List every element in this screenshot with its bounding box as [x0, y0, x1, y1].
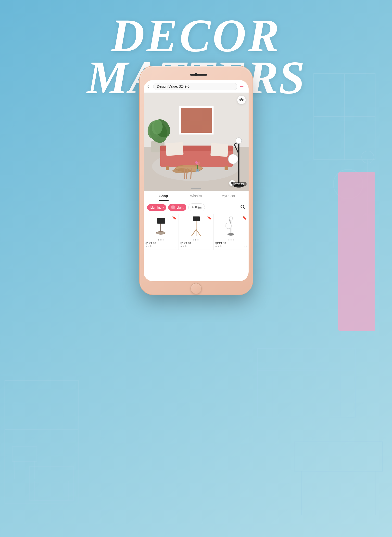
svg-rect-38 — [210, 143, 228, 157]
phone-body: ‹ Design Value: $249.0 ⌄ → — [140, 66, 253, 295]
svg-rect-60 — [157, 218, 165, 224]
category-chevron-icon: ▾ — [163, 206, 164, 209]
product-price-3: $249.00 — [215, 242, 247, 245]
scroll-indicator — [191, 188, 201, 189]
svg-point-50 — [198, 161, 200, 164]
phone-top-bar — [144, 70, 249, 79]
phone-device: ‹ Design Value: $249.0 ⌄ → — [140, 66, 253, 295]
product-card-3: 🔖 — [214, 214, 249, 250]
product-price-1: $199.00 — [146, 242, 177, 245]
plus-icon: + — [191, 205, 194, 210]
phone-screen: ‹ Design Value: $249.0 ⌄ → — [144, 80, 249, 281]
design-value-pill[interactable]: Design Value: $249.0 ⌄ — [153, 83, 237, 90]
filter-bar: Lighting ▾ ✕ Light + Filter — [144, 201, 249, 214]
layer-label: Layer: top — [232, 182, 246, 186]
svg-point-57 — [228, 154, 238, 164]
product-link-3[interactable]: ⬚ — [244, 244, 247, 248]
svg-rect-7 — [12, 447, 37, 461]
design-value-text: Design Value: $249.0 — [157, 84, 190, 88]
svg-rect-51 — [196, 169, 199, 172]
lamp-svg-3 — [226, 216, 237, 238]
room-scene-svg — [144, 93, 249, 191]
product-link-2[interactable]: ⬚ — [209, 244, 211, 248]
product-card-2: 🔖 — [178, 214, 214, 250]
product-brand-1: article — [146, 245, 177, 248]
svg-point-43 — [172, 168, 191, 173]
svg-rect-37 — [166, 142, 184, 156]
eye-button[interactable] — [237, 96, 246, 104]
svg-point-56 — [236, 138, 242, 144]
back-button[interactable]: ‹ — [148, 83, 149, 90]
category-filter-label: Lighting — [151, 206, 162, 209]
light-filter-label: Light — [177, 206, 183, 209]
tab-shop[interactable]: Shop — [148, 191, 180, 201]
svg-point-70 — [228, 233, 234, 236]
product-image-3 — [215, 216, 247, 238]
svg-rect-23 — [338, 172, 375, 331]
svg-rect-39 — [166, 166, 169, 170]
product-dots-2 — [180, 239, 211, 241]
svg-rect-29 — [181, 108, 212, 133]
svg-point-13 — [333, 169, 363, 199]
category-filter-pill[interactable]: Lighting ▾ — [147, 204, 166, 211]
remove-filter-icon[interactable]: ✕ — [171, 205, 175, 209]
lamp-svg-2 — [189, 216, 203, 238]
room-scene-container: ✕ Layer: top — [144, 93, 249, 191]
phone-camera — [195, 73, 198, 76]
product-image-1 — [146, 216, 177, 238]
svg-rect-40 — [225, 166, 228, 170]
add-filter-button[interactable]: + Filter — [188, 203, 205, 211]
product-link-1[interactable]: ⬚ — [174, 244, 176, 248]
home-button[interactable] — [190, 283, 202, 294]
phone-speaker — [190, 74, 207, 76]
svg-rect-19 — [257, 368, 355, 417]
svg-rect-21 — [257, 349, 272, 417]
forward-button[interactable]: → — [239, 83, 245, 90]
svg-rect-6 — [34, 481, 69, 501]
svg-rect-20 — [257, 349, 355, 371]
svg-point-72 — [229, 217, 233, 220]
tab-mydecor[interactable]: MyDecor — [212, 191, 245, 201]
phone-bottom — [144, 283, 249, 294]
product-brand-3: article — [215, 245, 247, 248]
svg-line-66 — [191, 229, 196, 236]
product-dots-1 — [146, 239, 177, 241]
product-dots-3 — [215, 239, 247, 241]
svg-line-67 — [196, 229, 201, 236]
tab-wishlist[interactable]: Wishlist — [180, 191, 212, 201]
tab-bar: Shop Wishlist MyDecor — [144, 191, 249, 201]
svg-rect-5 — [29, 466, 74, 501]
filter-add-label: Filter — [195, 206, 202, 209]
product-card-1: 🔖 $19 — [144, 214, 179, 250]
svg-line-59 — [243, 208, 245, 209]
svg-point-49 — [195, 161, 198, 164]
svg-point-73 — [226, 223, 231, 229]
svg-rect-22 — [341, 349, 355, 417]
search-button[interactable] — [240, 204, 245, 211]
product-price-2: $199.00 — [180, 242, 211, 245]
chevron-down-icon: ⌄ — [231, 85, 234, 88]
light-filter-tag[interactable]: ✕ Light — [168, 204, 186, 211]
lamp-svg-1 — [154, 217, 168, 237]
nav-bar: ‹ Design Value: $249.0 ⌄ → — [144, 80, 249, 93]
svg-point-15 — [362, 151, 374, 163]
product-grid: 🔖 $19 — [144, 214, 249, 250]
product-brand-2: article — [180, 245, 211, 248]
product-image-2 — [180, 216, 211, 238]
svg-rect-64 — [193, 216, 200, 221]
svg-rect-16 — [294, 442, 382, 471]
svg-rect-1 — [5, 380, 78, 503]
